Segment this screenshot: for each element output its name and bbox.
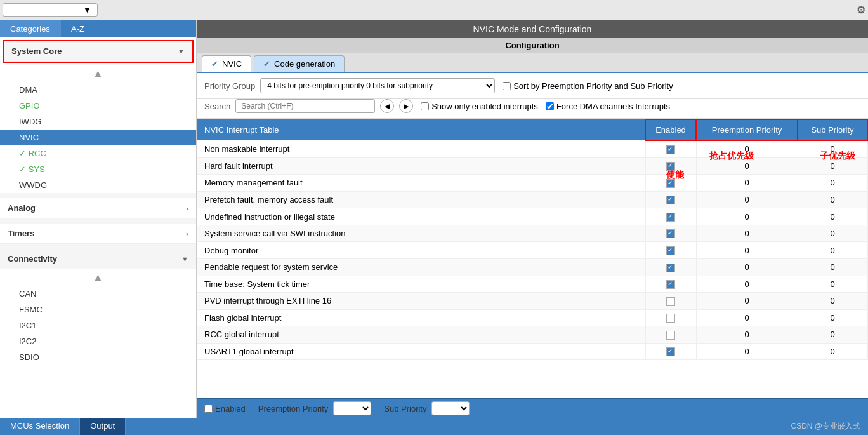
interrupt-enabled[interactable]: [645, 258, 696, 276]
sidebar-item-nvic[interactable]: NVIC: [0, 130, 196, 145]
prev-search-btn[interactable]: ◀: [380, 99, 394, 113]
sub-priority-value: 0: [798, 242, 867, 259]
sidebar-item-sys[interactable]: ✓ SYS: [0, 161, 196, 177]
enabled-checkbox[interactable]: [666, 179, 675, 188]
category-system-core[interactable]: System Core ▼: [4, 41, 192, 62]
dropdown-arrow: ▼: [83, 5, 91, 15]
interrupt-enabled[interactable]: [645, 276, 696, 293]
force-dma-group: Force DMA channels Interrupts: [546, 102, 670, 111]
sidebar-item-sdio[interactable]: SDIO: [0, 349, 196, 365]
nvic-tab-label: NVIC: [222, 59, 242, 69]
sidebar-item-wwdg[interactable]: WWDG: [0, 177, 196, 193]
interrupt-name: Pendable request for system service: [197, 258, 645, 276]
sidebar-tabs: Categories A-Z: [0, 20, 196, 37]
sidebar-item-rcc[interactable]: ✓ RCC: [0, 145, 196, 161]
show-enabled-checkbox[interactable]: [421, 102, 429, 110]
enabled-checkbox[interactable]: [666, 264, 675, 272]
sub-priority-value: 0: [798, 276, 867, 293]
system-core-arrow: ▼: [178, 48, 185, 55]
preemption-value: 0: [696, 326, 798, 344]
tab-bar: ✔ NVIC ✔ Code generation: [197, 53, 868, 73]
sidebar-item-fsmc[interactable]: FSMC: [0, 302, 196, 318]
scroll-up-connectivity[interactable]: ▲: [0, 269, 196, 286]
sidebar: Categories A-Z System Core ▼ ▲ DMA GPIO …: [0, 20, 197, 418]
bottom-tab-output[interactable]: Output: [80, 418, 126, 435]
gear-icon[interactable]: ⚙: [857, 4, 865, 16]
interrupt-name: Debug monitor: [197, 242, 645, 259]
sub-priority-value: 0: [798, 293, 867, 310]
interrupt-name: RCC global interrupt: [197, 326, 645, 344]
sub-priority-value: 0: [798, 326, 867, 344]
interrupt-enabled[interactable]: [645, 242, 696, 259]
status-preemption-select[interactable]: [333, 401, 371, 415]
interrupt-name: PVD interrupt through EXTI line 16: [197, 293, 645, 310]
enabled-checkbox[interactable]: [666, 213, 675, 222]
interrupt-enabled[interactable]: [645, 293, 696, 310]
interrupt-enabled[interactable]: [645, 191, 696, 208]
interrupt-enabled[interactable]: [645, 140, 696, 157]
table-row: System service call via SWI instruction0…: [197, 225, 867, 242]
enabled-checkbox[interactable]: [666, 246, 675, 255]
interrupt-enabled[interactable]: [645, 309, 696, 326]
interrupt-enabled[interactable]: [645, 326, 696, 344]
category-analog[interactable]: Analog ›: [0, 198, 196, 218]
interrupt-enabled[interactable]: [645, 175, 696, 192]
enabled-checkbox[interactable]: [666, 145, 675, 154]
preemption-value: 0: [696, 191, 798, 208]
top-search-box[interactable]: ▼: [3, 3, 98, 17]
interrupt-enabled[interactable]: [645, 208, 696, 225]
sub-priority-value: 0: [798, 225, 867, 242]
interrupt-enabled[interactable]: [645, 225, 696, 242]
enabled-checkbox[interactable]: [666, 280, 675, 289]
status-enabled-group: Enabled: [204, 404, 246, 413]
scroll-up[interactable]: ▲: [0, 65, 196, 82]
timers-arrow: ›: [186, 230, 188, 238]
sidebar-item-iwdg[interactable]: IWDG: [0, 114, 196, 130]
preemption-value: 0: [696, 293, 798, 310]
interrupt-enabled[interactable]: [645, 157, 696, 175]
search-input[interactable]: [235, 99, 375, 113]
status-sub-select[interactable]: [431, 401, 470, 415]
show-enabled-group: Show only enabled interrupts: [421, 102, 538, 111]
enabled-checkbox[interactable]: [666, 229, 675, 238]
config-area: Priority Group 4 bits for pre-emption pr…: [197, 73, 868, 418]
force-dma-checkbox[interactable]: [546, 102, 554, 110]
tab-code-generation[interactable]: ✔ Code generation: [254, 55, 345, 72]
col-preemption: Preemption Priority: [696, 119, 798, 140]
top-search-input[interactable]: [7, 6, 83, 15]
bottom-tabs: MCUs Selection Output CSDN @专业嵌入式: [0, 418, 868, 435]
enabled-checkbox[interactable]: [666, 347, 675, 356]
status-enabled-label: Enabled: [215, 404, 246, 413]
tab-nvic[interactable]: ✔ NVIC: [202, 55, 251, 72]
priority-group-select[interactable]: 4 bits for pre-emption priority 0 bits f…: [260, 78, 495, 93]
sidebar-item-gpio[interactable]: GPIO: [0, 98, 196, 114]
enabled-checkbox[interactable]: [666, 162, 675, 171]
analog-arrow: ›: [186, 204, 188, 212]
connectivity-label: Connectivity: [8, 254, 181, 264]
table-row: Non maskable interrupt00: [197, 140, 867, 157]
sidebar-item-i2c2[interactable]: I2C2: [0, 333, 196, 349]
category-timers[interactable]: Timers ›: [0, 224, 196, 244]
enabled-checkbox[interactable]: [666, 297, 675, 306]
tab-categories[interactable]: Categories: [0, 20, 61, 37]
preemption-value: 0: [696, 343, 798, 360]
sidebar-item-i2c1[interactable]: I2C1: [0, 318, 196, 333]
interrupt-name: Non maskable interrupt: [197, 140, 645, 157]
tab-az[interactable]: A-Z: [61, 20, 95, 37]
sidebar-item-can[interactable]: CAN: [0, 286, 196, 302]
search-toolbar: Search ◀ ▶ Show only enabled interrupts …: [197, 99, 868, 119]
enabled-checkbox[interactable]: [666, 331, 675, 340]
status-enabled-checkbox[interactable]: [204, 405, 213, 413]
bottom-tab-mcu[interactable]: MCUs Selection: [0, 418, 80, 435]
category-connectivity[interactable]: Connectivity ▼: [0, 249, 196, 269]
interrupt-name: Time base: System tick timer: [197, 276, 645, 293]
next-search-btn[interactable]: ▶: [399, 99, 413, 113]
sort-checkbox[interactable]: [503, 82, 511, 90]
sidebar-item-dma[interactable]: DMA: [0, 82, 196, 98]
table-row: Prefetch fault, memory access fault00: [197, 191, 867, 208]
interrupt-enabled[interactable]: [645, 343, 696, 360]
sort-checkbox-group: Sort by Preemption Priority and Sub Prio…: [503, 81, 673, 91]
enabled-checkbox[interactable]: [666, 196, 675, 204]
enabled-checkbox[interactable]: [666, 314, 675, 323]
system-core-label: System Core: [11, 46, 178, 56]
